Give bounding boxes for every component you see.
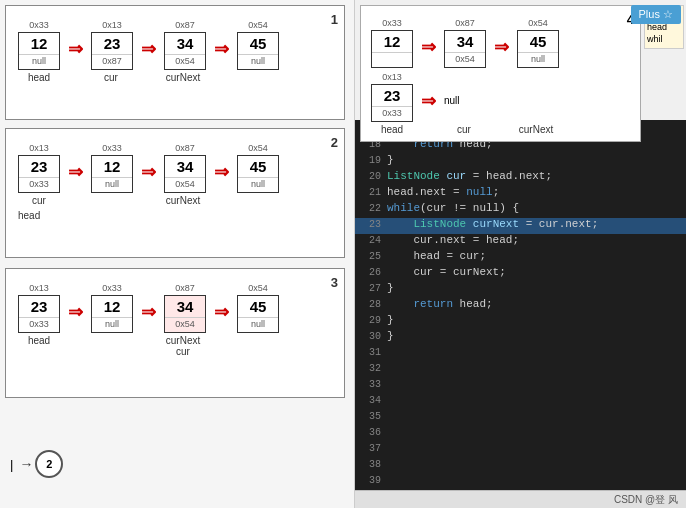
labels-row-3: head curNextcur (18, 335, 336, 357)
label-1-curnext: curNext (162, 72, 204, 83)
code-line-20: 20 ListNode cur = head.next; (355, 170, 686, 186)
code-line-35: 35 (355, 410, 686, 426)
section-3-number: 3 (331, 275, 338, 290)
labels-row-1: head cur curNext (18, 72, 336, 83)
code-line-24: 24 cur.next = head; (355, 234, 686, 250)
ll-viz: | → 2 (0, 440, 340, 488)
node-1-2: 23 0x87 (91, 32, 133, 70)
arrow-4-b: ⇒ (421, 90, 436, 112)
code-line-36: 36 (355, 426, 686, 442)
nodes-row-4b: 0x13 23 0x33 ⇒ null (371, 72, 634, 122)
code-line-37: 37 (355, 442, 686, 458)
node-4-23: 23 0x33 (371, 84, 413, 122)
credit-text: CSDN @登 风 (614, 493, 678, 507)
code-line-25: 25 head = cur; (355, 250, 686, 266)
addr-label-2-4: 0x54 (248, 143, 268, 153)
node-2-2: 12 null (91, 155, 133, 193)
label-3-curnext-cur: curNextcur (162, 335, 204, 357)
labels-row-2: cur curNext (18, 195, 336, 206)
code-line-30: 30 } (355, 330, 686, 346)
label-4-head: head (371, 124, 413, 135)
code-line-39: 39 (355, 474, 686, 490)
nodes-row-2: 0x13 23 0x33 ⇒ 0x33 12 null ⇒ 0x87 (18, 143, 336, 193)
node-4-3: 45 null (517, 30, 559, 68)
addr-s4-23: 0x13 (382, 72, 402, 82)
addr-s4-2: 0x87 (455, 18, 475, 28)
addr-label-2-2: 0x33 (102, 143, 122, 153)
code-line-32: 32 (355, 362, 686, 378)
arrow-4-1: ⇒ (421, 36, 436, 58)
node-3-4: 45 null (237, 295, 279, 333)
arrow-2-3: ⇒ (214, 161, 229, 183)
arrow-2-1: ⇒ (68, 161, 83, 183)
label-1-cur: cur (90, 72, 132, 83)
node-3-3: 34 0x54 (164, 295, 206, 333)
arrow-3-2: ⇒ (141, 301, 156, 323)
diagram-section-3: 3 0x13 23 0x33 ⇒ 0x33 12 null ⇒ (5, 268, 345, 398)
addr-label-1-3: 0x87 (175, 20, 195, 30)
code-line-29: 29 } (355, 314, 686, 330)
node-4-1: 12 (371, 30, 413, 68)
node-1-4: 45 null (237, 32, 279, 70)
addr-label-3-2: 0x33 (102, 283, 122, 293)
addr-label-1-4: 0x54 (248, 20, 268, 30)
arrow-1-2: ⇒ (141, 38, 156, 60)
code-line-34: 34 (355, 394, 686, 410)
ll-node-2: 2 (35, 450, 63, 478)
label-3-head: head (18, 335, 60, 346)
section-1-number: 1 (331, 12, 338, 27)
diagram-section-2: 2 0x13 23 0x33 ⇒ 0x33 12 null ⇒ (5, 128, 345, 258)
addr-label-2-3: 0x87 (175, 143, 195, 153)
bottom-bar: CSDN @登 风 (355, 490, 686, 508)
nodes-row-4: 0x33 12 ⇒ 0x87 34 0x54 ⇒ 0x54 (371, 18, 634, 68)
addr-label-3-4: 0x54 (248, 283, 268, 293)
code-line-19: 19 } (355, 154, 686, 170)
addr-label-1-2: 0x13 (102, 20, 122, 30)
code-line-31: 31 (355, 346, 686, 362)
list-info-line3: whil (647, 33, 681, 46)
label-2-curnext: curNext (162, 195, 204, 206)
plus-button[interactable]: Plus ☆ (631, 5, 681, 24)
node-2-1: 23 0x33 (18, 155, 60, 193)
addr-label-2-1: 0x13 (29, 143, 49, 153)
code-line-23: 23 ListNode curNext = cur.next; (355, 218, 686, 234)
code-line-33: 33 (355, 378, 686, 394)
diagram-section-1: 1 0x33 12 null ⇒ 0x13 23 0x87 ⇒ (5, 5, 345, 120)
arrow-1-3: ⇒ (214, 38, 229, 60)
labels-row-4: head cur curNext (371, 124, 634, 135)
addr-s4-1: 0x33 (382, 18, 402, 28)
addr-label-1-1: 0x33 (29, 20, 49, 30)
code-line-28: 28 return head; (355, 298, 686, 314)
node-4-2: 34 0x54 (444, 30, 486, 68)
arrow-2-2: ⇒ (141, 161, 156, 183)
diagram-section-4: 4 0x33 12 ⇒ 0x87 34 0x54 ⇒ (360, 5, 641, 142)
label-4-cur: cur (443, 124, 485, 135)
ll-null-indicator: | (10, 457, 13, 472)
code-line-22: 22 while(cur != null) { (355, 202, 686, 218)
section-2-number: 2 (331, 135, 338, 150)
addr-label-3-1: 0x13 (29, 283, 49, 293)
code-line-26: 26 cur = curNext; (355, 266, 686, 282)
arrow-4-2: ⇒ (494, 36, 509, 58)
node-2-3: 34 0x54 (164, 155, 206, 193)
code-lines: 17 if(head.next == null) { 18 return hea… (355, 120, 686, 506)
arrow-3-1: ⇒ (68, 301, 83, 323)
node-3-1: 23 0x33 (18, 295, 60, 333)
code-line-38: 38 (355, 458, 686, 474)
left-panel: 1 0x33 12 null ⇒ 0x13 23 0x87 ⇒ (0, 0, 355, 508)
code-line-21: 21 head.next = null; (355, 186, 686, 202)
arrow-3-3: ⇒ (214, 301, 229, 323)
arrow-1-1: ⇒ (68, 38, 83, 60)
right-panel: Plus ☆ 4 0x33 12 ⇒ 0x87 34 0x54 ⇒ (355, 0, 686, 508)
bottom-linked-list: | → 2 (0, 440, 340, 490)
label-4-curnext: curNext (515, 124, 557, 135)
node-3-2: 12 null (91, 295, 133, 333)
node-2-4: 45 null (237, 155, 279, 193)
addr-label-3-3: 0x87 (175, 283, 195, 293)
code-line-27: 27 } (355, 282, 686, 298)
node-1-3: 34 0x54 (164, 32, 206, 70)
label-2-head-bottom: head (18, 210, 40, 221)
code-area: 17 if(head.next == null) { 18 return hea… (355, 120, 686, 508)
addr-s4-3: 0x54 (528, 18, 548, 28)
label-s4-null: null (444, 95, 460, 106)
